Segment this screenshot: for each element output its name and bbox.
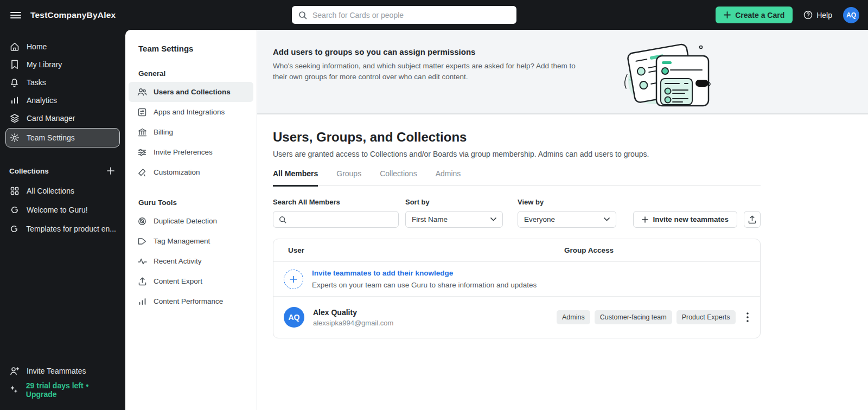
- activity-icon: [137, 258, 147, 265]
- sidebar-item-templates-collection[interactable]: Templates for product en...: [0, 219, 125, 238]
- trial-separator: •: [86, 381, 89, 390]
- sidebar-item-analytics[interactable]: Analytics: [0, 91, 125, 109]
- sidebar-item-label: Tasks: [27, 78, 46, 87]
- global-search-input[interactable]: [312, 11, 510, 20]
- filter-bar: Search All Members Sort by First Name: [273, 198, 761, 228]
- table-row: AQ Alex Quality alexsipka994@gmail.com A…: [273, 297, 760, 338]
- settings-item-customization[interactable]: Customization: [129, 162, 253, 182]
- tab-groups[interactable]: Groups: [336, 169, 361, 185]
- user-avatar[interactable]: AQ: [843, 7, 859, 23]
- tab-admins[interactable]: Admins: [436, 169, 461, 185]
- view-by-value: Everyone: [524, 215, 555, 223]
- settings-item-label: Users and Collections: [154, 88, 231, 96]
- settings-item-duplicate-detection[interactable]: Duplicate Detection: [129, 211, 253, 231]
- chevron-down-icon: [604, 217, 610, 221]
- invite-row-subtitle: Experts on your team can use Guru to sha…: [312, 281, 537, 289]
- invite-new-teammates-label: Invite new teammates: [653, 215, 729, 223]
- collection-item-label: Welcome to Guru!: [27, 206, 88, 214]
- sidebar-item-team-settings[interactable]: Team Settings: [5, 128, 120, 148]
- settings-item-label: Recent Activity: [154, 257, 202, 265]
- general-section-header: General: [125, 69, 257, 78]
- settings-item-billing[interactable]: Billing: [129, 122, 253, 142]
- page-description: Users are granted access to Collections …: [273, 150, 868, 158]
- main-content: Add users to groups so you can assign pe…: [257, 30, 868, 410]
- performance-icon: [137, 298, 147, 305]
- trial-upgrade-banner[interactable]: 29 trial days left • Upgrade: [0, 380, 125, 399]
- bank-icon: [137, 128, 147, 137]
- sidebar-item-label: Home: [27, 42, 47, 51]
- invite-new-teammates-button[interactable]: Invite new teammates: [633, 211, 737, 228]
- row-kebab-menu-icon[interactable]: [742, 310, 754, 324]
- upload-icon: [137, 277, 147, 286]
- settings-item-tag-management[interactable]: Tag Management: [129, 231, 253, 251]
- sort-by-value: First Name: [412, 215, 448, 223]
- create-card-button[interactable]: Create a Card: [716, 7, 793, 23]
- sparkles-icon: [9, 385, 19, 394]
- settings-item-content-performance[interactable]: Content Performance: [129, 291, 253, 311]
- group-badge: Product Experts: [676, 310, 736, 324]
- view-by-select[interactable]: Everyone: [518, 211, 616, 228]
- add-collection-button[interactable]: [105, 165, 117, 177]
- sliders-icon: [137, 148, 147, 157]
- invite-row-title[interactable]: Invite teammates to add their knowledge: [312, 269, 537, 277]
- sidebar-item-home[interactable]: Home: [0, 37, 125, 55]
- guru-logo-icon: [9, 225, 19, 233]
- user-email: alexsipka994@gmail.com: [313, 319, 393, 327]
- home-icon: [9, 42, 20, 52]
- banner-illustration: [615, 32, 713, 112]
- invite-teammates-sidebar-button[interactable]: Invite Teammates: [0, 361, 125, 380]
- hamburger-menu-icon[interactable]: [9, 8, 23, 22]
- members-table: User Group Access Invite teammates to ad…: [273, 239, 761, 338]
- group-badge: Admins: [557, 310, 590, 324]
- sidebar-item-label: Analytics: [27, 96, 57, 105]
- settings-item-label: Content Export: [154, 277, 202, 285]
- view-by-label: View by: [518, 198, 616, 206]
- tab-all-members[interactable]: All Members: [273, 169, 318, 187]
- help-button[interactable]: Help: [803, 10, 832, 20]
- settings-item-label: Duplicate Detection: [154, 217, 217, 225]
- sidebar-item-all-collections[interactable]: All Collections: [0, 181, 125, 200]
- company-name: TestCompanyByAlex: [30, 10, 116, 20]
- sidebar-item-my-library[interactable]: My Library: [0, 55, 125, 73]
- bar-chart-icon: [9, 96, 20, 105]
- duplicate-icon: [137, 217, 147, 226]
- sort-by-label: Sort by: [405, 198, 511, 206]
- main-sidebar: Home My Library Tasks Analytics Card Man…: [0, 30, 125, 410]
- settings-item-label: Customization: [154, 168, 200, 176]
- group-badge: Customer-facing team: [595, 310, 672, 324]
- export-members-button[interactable]: [744, 211, 761, 228]
- settings-item-content-export[interactable]: Content Export: [129, 271, 253, 291]
- gear-icon: [9, 133, 20, 143]
- help-label: Help: [816, 11, 832, 20]
- column-header-user: User: [273, 246, 557, 254]
- chevron-down-icon: [490, 217, 496, 221]
- invite-teammates-label: Invite Teammates: [27, 367, 86, 375]
- sidebar-item-card-manager[interactable]: Card Manager: [0, 109, 125, 127]
- layers-icon: [9, 113, 20, 123]
- sidebar-item-label: Card Manager: [27, 114, 75, 123]
- column-header-group-access: Group Access: [557, 246, 760, 254]
- collections-section-header: Collections: [0, 165, 125, 177]
- plus-circle-icon[interactable]: [284, 270, 303, 289]
- settings-item-recent-activity[interactable]: Recent Activity: [129, 251, 253, 271]
- invite-teammates-row[interactable]: Invite teammates to add their knowledge …: [273, 262, 760, 297]
- settings-item-invite-preferences[interactable]: Invite Preferences: [129, 142, 253, 162]
- global-search[interactable]: [292, 6, 516, 24]
- settings-item-label: Apps and Integrations: [154, 108, 225, 116]
- settings-item-users-and-collections[interactable]: Users and Collections: [129, 82, 253, 102]
- sidebar-item-welcome-to-guru[interactable]: Welcome to Guru!: [0, 200, 125, 219]
- settings-item-label: Tag Management: [154, 237, 210, 245]
- search-members-label: Search All Members: [273, 198, 399, 206]
- search-icon: [298, 11, 307, 20]
- sidebar-item-tasks[interactable]: Tasks: [0, 73, 125, 91]
- sort-by-select[interactable]: First Name: [405, 211, 503, 228]
- settings-item-label: Invite Preferences: [154, 148, 213, 156]
- tab-collections[interactable]: Collections: [380, 169, 417, 185]
- upgrade-link[interactable]: Upgrade: [26, 390, 57, 399]
- plus-icon: [724, 11, 731, 18]
- upload-icon: [748, 215, 756, 224]
- search-members-box[interactable]: [273, 211, 399, 228]
- settings-item-apps-and-integrations[interactable]: Apps and Integrations: [129, 102, 253, 122]
- settings-panel-title: Team Settings: [125, 44, 257, 53]
- search-members-input[interactable]: [291, 215, 393, 223]
